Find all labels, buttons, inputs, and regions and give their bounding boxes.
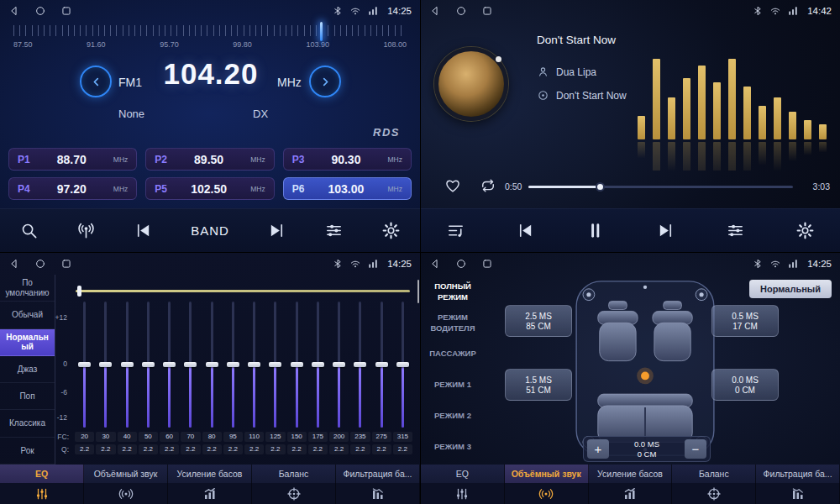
- eq-band-slider[interactable]: [286, 302, 307, 428]
- broadcast-button[interactable]: [76, 221, 96, 240]
- recents-nav-icon[interactable]: [481, 5, 493, 17]
- eq-band-slider[interactable]: [265, 302, 286, 428]
- settings-button[interactable]: [795, 221, 815, 240]
- eq-preset-item[interactable]: Нормальный: [0, 329, 55, 356]
- surround-mode-item[interactable]: РЕЖИМ ВОДИТЕЛЯ: [421, 307, 485, 339]
- eq-band-handle[interactable]: [396, 362, 409, 367]
- back-nav-icon[interactable]: [8, 258, 20, 270]
- tab-balance[interactable]: Баланс: [252, 465, 336, 504]
- tab-bass-boost[interactable]: Усиление басов: [589, 465, 673, 504]
- settings-button[interactable]: [381, 221, 401, 240]
- eq-preset-item[interactable]: Джаз: [0, 356, 55, 383]
- eq-band-handle[interactable]: [269, 362, 281, 367]
- surround-mode-item[interactable]: ПОЛНЫЙ РЕЖИМ: [421, 276, 485, 307]
- recents-nav-icon[interactable]: [60, 258, 72, 270]
- next-track-button[interactable]: [656, 221, 675, 240]
- rear-right-delay[interactable]: 0.0 MS 0 CM: [711, 369, 779, 401]
- favorite-button[interactable]: [444, 177, 461, 194]
- eq-band-handle[interactable]: [184, 362, 197, 367]
- back-nav-icon[interactable]: [429, 5, 441, 17]
- eq-band-handle[interactable]: [78, 362, 91, 367]
- eq-band-slider[interactable]: [117, 302, 138, 428]
- band-button[interactable]: BAND: [191, 223, 229, 238]
- frequency-ruler[interactable]: 87.5091.6095.7099.80103.90108.00: [13, 25, 407, 54]
- surround-mode-item[interactable]: ПАССАЖИР: [421, 339, 485, 370]
- audio-mixer-button[interactable]: [726, 221, 745, 240]
- eq-band-slider[interactable]: [159, 302, 180, 428]
- eq-band-slider[interactable]: [74, 302, 95, 428]
- recents-nav-icon[interactable]: [60, 5, 72, 17]
- preset-p5-button[interactable]: P5102.50MHz: [145, 177, 274, 200]
- eq-top-slider-handle[interactable]: [77, 286, 81, 297]
- tab-filter[interactable]: Фильтрация ба...: [756, 465, 840, 504]
- eq-band-handle[interactable]: [163, 362, 176, 367]
- eq-band-slider[interactable]: [95, 302, 116, 428]
- preset-p4-button[interactable]: P497.20MHz: [8, 177, 137, 200]
- eq-band-handle[interactable]: [227, 362, 239, 367]
- tab-eq[interactable]: EQ: [0, 465, 84, 504]
- eq-band-slider[interactable]: [180, 302, 201, 428]
- eq-preset-item[interactable]: Обычай: [0, 302, 55, 328]
- progress-bar[interactable]: [528, 186, 793, 188]
- eq-band-handle[interactable]: [333, 362, 345, 367]
- tab-surround[interactable]: Объёмный звук: [84, 465, 168, 504]
- rear-left-delay[interactable]: 1.5 MS 51 CM: [505, 369, 572, 401]
- home-nav-icon[interactable]: [455, 5, 467, 17]
- eq-band-slider[interactable]: [371, 302, 392, 428]
- tab-eq[interactable]: EQ: [421, 465, 505, 504]
- preset-p1-button[interactable]: P188.70MHz: [8, 148, 137, 171]
- eq-band-handle[interactable]: [291, 362, 303, 367]
- eq-band-slider[interactable]: [138, 302, 159, 428]
- next-station-button[interactable]: [267, 221, 286, 240]
- eq-preset-item[interactable]: Поп: [0, 383, 55, 410]
- recents-nav-icon[interactable]: [481, 258, 493, 270]
- audio-mixer-button[interactable]: [324, 221, 344, 240]
- tab-surround[interactable]: Объёмный звук: [505, 465, 589, 504]
- tab-filter[interactable]: Фильтрация ба...: [336, 465, 420, 504]
- front-left-delay[interactable]: 2.5 MS 85 CM: [505, 305, 572, 337]
- eq-band-slider[interactable]: [223, 302, 244, 428]
- surround-mode-item[interactable]: РЕЖИМ 2: [421, 401, 485, 432]
- tab-balance[interactable]: Баланс: [672, 465, 756, 504]
- surround-mode-item[interactable]: РЕЖИМ 1: [421, 370, 485, 401]
- eq-band-slider[interactable]: [328, 302, 349, 428]
- eq-band-handle[interactable]: [99, 362, 112, 367]
- preset-p2-button[interactable]: P289.50MHz: [145, 148, 274, 171]
- repeat-button[interactable]: [480, 177, 496, 194]
- eq-top-slider[interactable]: [76, 290, 410, 292]
- eq-band-handle[interactable]: [248, 362, 260, 367]
- sound-preset-button[interactable]: Нормальный: [749, 280, 832, 298]
- home-nav-icon[interactable]: [34, 258, 46, 270]
- eq-band-handle[interactable]: [375, 362, 388, 367]
- tune-up-button[interactable]: [309, 66, 341, 97]
- eq-scrollbar[interactable]: [417, 280, 419, 303]
- previous-track-button[interactable]: [516, 221, 535, 240]
- surround-mode-item[interactable]: РЕЖИМ 3: [421, 432, 485, 463]
- eq-band-handle[interactable]: [354, 362, 366, 367]
- delay-decrease-button[interactable]: −: [685, 439, 706, 459]
- eq-band-handle[interactable]: [121, 362, 134, 367]
- eq-preset-item[interactable]: По умолчанию: [0, 275, 55, 302]
- eq-band-slider[interactable]: [392, 302, 413, 428]
- eq-band-slider[interactable]: [202, 302, 223, 428]
- back-nav-icon[interactable]: [429, 258, 441, 270]
- preset-p3-button[interactable]: P390.30MHz: [283, 148, 412, 171]
- progress-knob[interactable]: [596, 182, 605, 192]
- previous-station-button[interactable]: [134, 221, 153, 240]
- tune-down-button[interactable]: [80, 66, 112, 97]
- home-nav-icon[interactable]: [34, 5, 46, 17]
- eq-band-slider[interactable]: [307, 302, 328, 428]
- pause-button[interactable]: [585, 221, 605, 240]
- front-right-delay[interactable]: 0.5 MS 17 CM: [711, 305, 779, 337]
- tab-bass-boost[interactable]: Усиление басов: [168, 465, 252, 504]
- search-button[interactable]: [19, 221, 39, 240]
- delay-increase-button[interactable]: +: [587, 439, 609, 459]
- eq-band-handle[interactable]: [206, 362, 218, 367]
- home-nav-icon[interactable]: [455, 258, 467, 270]
- eq-band-handle[interactable]: [142, 362, 155, 367]
- back-nav-icon[interactable]: [8, 5, 20, 17]
- preset-p6-button[interactable]: P6103.00MHz: [283, 177, 412, 200]
- eq-band-slider[interactable]: [244, 302, 265, 428]
- eq-band-handle[interactable]: [312, 362, 324, 367]
- playlist-button[interactable]: [446, 221, 465, 240]
